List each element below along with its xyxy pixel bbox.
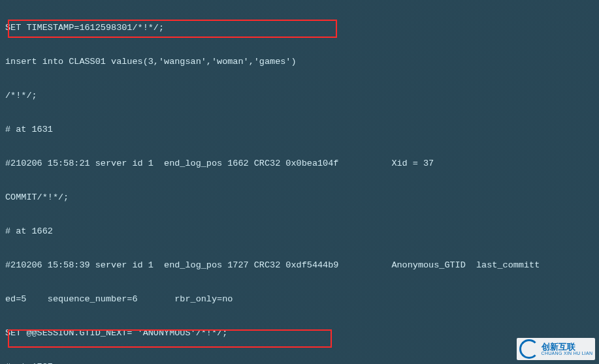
logo-icon <box>519 339 539 359</box>
log-line: #210206 15:58:39 server id 1 end_log_pos… <box>5 257 594 274</box>
logo-text: 创新互联 CHUANG XIN HU LIAN <box>542 342 593 356</box>
log-line: # at 1662 <box>5 223 594 240</box>
log-line: SET TIMESTAMP=1612598301/*!*/; <box>5 20 594 37</box>
watermark-small: CHUANG XIN HU LIAN <box>542 351 593 356</box>
terminal-output: SET TIMESTAMP=1612598301/*!*/; insert in… <box>0 0 599 364</box>
watermark: 创新互联 CHUANG XIN HU LIAN <box>517 338 595 360</box>
log-line-insert: insert into CLASS01 values(3,'wangsan','… <box>5 53 594 70</box>
log-line: SET @@SESSION.GTID_NEXT= 'ANONYMOUS'/*!*… <box>5 325 594 342</box>
log-line: # at 1727 <box>5 359 594 364</box>
log-line: #210206 15:58:21 server id 1 end_log_pos… <box>5 155 594 172</box>
log-line: ed=5 sequence_number=6 rbr_only=no <box>5 291 594 308</box>
watermark-big: 创新互联 <box>542 342 593 351</box>
log-line: /*!*/; <box>5 87 594 104</box>
log-line: COMMIT/*!*/; <box>5 189 594 206</box>
log-line: # at 1631 <box>5 121 594 138</box>
